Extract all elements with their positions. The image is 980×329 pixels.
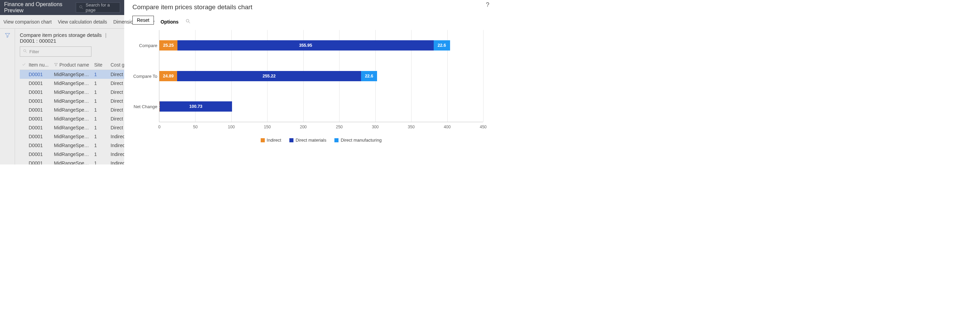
filter-placeholder: Filter [29,49,39,54]
filter-rail [0,29,15,164]
search-icon [23,49,27,54]
chart-bar-segment[interactable]: 24.89 [159,71,177,81]
breadcrumb-separator: | [105,32,107,38]
cell-cost-group-type: Indirect [108,150,124,159]
grid-header-item-number[interactable]: Item nu... [27,60,52,70]
cell-product-name: MidRangeSpeak... [52,132,92,141]
legend-label: Direct materials [296,138,326,143]
cell-item-number[interactable]: D0001 [27,97,52,105]
cell-cost-group-type: Direct materials [108,123,124,132]
chart-xtick-label: 0 [158,125,161,129]
cell-item-number[interactable]: D0001 [27,123,52,132]
help-icon[interactable]: ? [486,2,489,8]
cell-cost-group-type: Direct manufacturing [108,97,124,105]
cell-site[interactable]: 1 [92,88,108,97]
cell-site[interactable]: 1 [92,141,108,150]
table-row[interactable]: D0001MidRangeSpeak...1Direct materialsM2 [20,114,124,123]
cell-product-name: MidRangeSpeak... [52,70,92,79]
details-grid[interactable]: Item nu... Product name Site Cost group … [20,60,124,164]
table-row[interactable]: D0001MidRangeSpeak...1IndirectOVH3 [20,150,124,159]
cmd-view-calculation-details[interactable]: View calculation details [58,19,107,25]
table-row[interactable]: D0001MidRangeSpeak...1Direct manufacturi… [20,97,124,105]
cell-item-number[interactable]: D0001 [27,70,52,79]
table-row[interactable]: D0001MidRangeSpeak...1Direct manufacturi… [20,88,124,97]
table-row[interactable]: D0001MidRangeSpeak...1IndirectOVH2 [20,141,124,150]
chart-bar-segment[interactable]: 22.6 [361,71,377,81]
reset-button[interactable]: Reset [132,16,154,25]
legend-item[interactable]: Direct manufacturing [334,138,382,143]
cell-product-name: MidRangeSpeak... [52,79,92,88]
cell-site[interactable]: 1 [92,150,108,159]
funnel-icon [54,62,58,68]
cell-site[interactable]: 1 [92,123,108,132]
cell-site[interactable]: 1 [92,70,108,79]
table-row[interactable]: D0001MidRangeSpeak...1IndirectOVH1 [20,132,124,141]
svg-line-1 [82,8,83,9]
cell-cost-group-type: Indirect [108,159,124,164]
cell-site[interactable]: 1 [92,105,108,114]
cell-item-number[interactable]: D0001 [27,88,52,97]
chart-bar-segment[interactable]: 22.6 [434,40,450,51]
table-row[interactable]: D0001MidRangeSpeak...1Direct manufacturi… [20,70,124,79]
grid-header-site[interactable]: Site [92,60,108,70]
chart-bar-segment[interactable]: 355.95 [177,40,434,51]
cell-item-number[interactable]: D0001 [27,114,52,123]
chart-xtick-label: 300 [372,125,379,129]
cell-site[interactable]: 1 [92,79,108,88]
svg-point-0 [80,5,82,8]
grid-header-cost-group-type[interactable]: Cost group type [108,60,124,70]
main-app-pane: Finance and Operations Preview Search fo… [0,0,124,164]
cell-cost-group-type: Direct materials [108,114,124,123]
cell-site[interactable]: 1 [92,132,108,141]
grid-filter-input[interactable]: Filter [20,46,91,57]
table-row[interactable]: D0001MidRangeSpeak...1Direct materialsM1 [20,105,124,114]
chart-category-label: Compare To [132,73,157,78]
chart-bar-segment[interactable]: 255.22 [177,71,361,81]
chart-flyout-pane: ? Compare item prices storage details ch… [124,0,490,164]
chart-xtick-label: 400 [444,125,451,129]
chart-xtick-label: 450 [480,125,487,129]
cell-site[interactable]: 1 [92,114,108,123]
legend-item[interactable]: Indirect [261,138,282,143]
cell-site[interactable]: 1 [92,97,108,105]
table-row[interactable]: D0001MidRangeSpeak...1Direct manufacturi… [20,79,124,88]
chart-xtick-label: 350 [408,125,415,129]
cell-item-number[interactable]: D0001 [27,159,52,164]
chart-bar-segment[interactable]: 100.73 [160,101,232,111]
cell-item-number[interactable]: D0001 [27,105,52,114]
chart-xtick-label: 250 [336,125,343,129]
funnel-icon[interactable] [5,32,11,39]
global-search-input[interactable]: Search for a page [76,2,120,13]
cell-product-name: MidRangeSpeak... [52,159,92,164]
cell-site[interactable]: 1 [92,159,108,164]
table-row[interactable]: D0001MidRangeSpeak...1Direct materialsM3 [20,123,124,132]
cell-product-name: MidRangeSpeak... [52,141,92,150]
legend-label: Direct manufacturing [340,138,382,143]
command-bar: View comparison chart View calculation d… [0,15,124,29]
app-title: Finance and Operations Preview [4,2,76,14]
chart-bar-segment[interactable]: 25.25 [159,40,177,51]
legend-item[interactable]: Direct materials [290,138,326,143]
stacked-bar-chart[interactable]: 050100150200250300350400450Compare25.253… [132,30,487,143]
cell-item-number[interactable]: D0001 [27,141,52,150]
cell-cost-group-type: Direct manufacturing [108,88,124,97]
cell-cost-group-type: Direct materials [108,105,124,114]
cell-item-number[interactable]: D0001 [27,150,52,159]
chart-xtick-label: 100 [228,125,235,129]
grid-header-select[interactable] [20,60,27,70]
legend-swatch [290,138,293,142]
breadcrumb-context: D0001 : 000021 [20,38,56,44]
cmd-view-comparison-chart[interactable]: View comparison chart [3,19,51,25]
cell-item-number[interactable]: D0001 [27,132,52,141]
breadcrumb: Compare item prices storage details | D0… [20,32,120,44]
search-icon [79,5,84,11]
chart-gridline [483,30,484,122]
svg-point-4 [24,49,26,52]
cell-product-name: MidRangeSpeak... [52,105,92,114]
table-row[interactable]: D0001MidRangeSpeak...1IndirectOVH4 [20,159,124,164]
grid-header-product-name[interactable]: Product name [52,60,92,70]
check-icon [22,62,26,68]
cell-product-name: MidRangeSpeak... [52,150,92,159]
app-header: Finance and Operations Preview Search fo… [0,0,124,15]
cell-item-number[interactable]: D0001 [27,79,52,88]
